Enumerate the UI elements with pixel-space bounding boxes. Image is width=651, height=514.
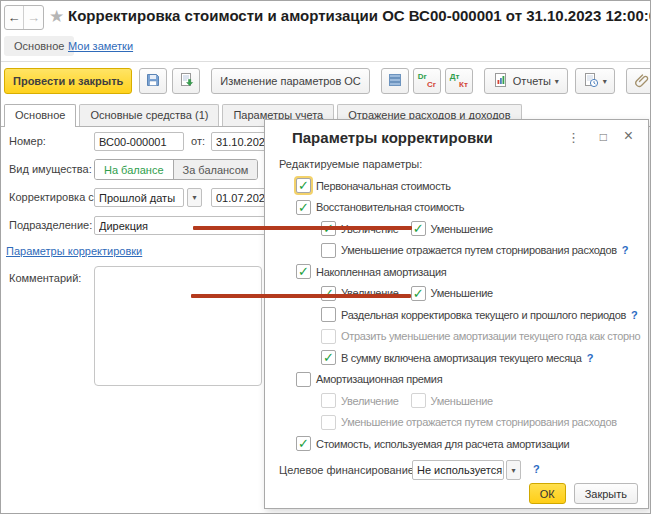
checkbox-label: Увеличение <box>341 395 399 407</box>
close-button[interactable]: Закрыть <box>574 483 638 504</box>
checkbox-label: Уменьшение <box>431 223 493 235</box>
related-documents-button[interactable]: ▾ <box>575 68 615 94</box>
checkbox-option[interactable]: ✓Стоимость, используемая для расчета амо… <box>296 436 569 451</box>
help-icon[interactable]: ? <box>622 244 629 256</box>
save-button[interactable] <box>139 68 167 94</box>
checkbox-checked-icon[interactable]: ✓ <box>296 436 311 451</box>
checkbox-unchecked-icon[interactable] <box>321 329 336 344</box>
change-os-params-button[interactable]: Изменение параметров ОС <box>211 68 370 94</box>
forward-button[interactable]: → <box>24 6 43 29</box>
register-records-button[interactable] <box>381 68 409 94</box>
adjust-from-select[interactable] <box>94 188 184 207</box>
history-nav: ← → <box>4 5 44 30</box>
checkbox-label: Уменьшение <box>431 287 493 299</box>
dr-label: Dr <box>418 73 427 81</box>
checkbox-row: Уменьшение отражается путем сторнировани… <box>265 412 648 434</box>
chevron-down-icon: ▾ <box>555 77 559 86</box>
checkbox-checked-icon[interactable]: ✓ <box>296 264 311 279</box>
checkbox-label: Раздельная корректировка текущего и прош… <box>341 309 626 321</box>
adjust-from-dropdown-button[interactable]: ▾ <box>187 188 202 207</box>
checkbox-option[interactable]: Раздельная корректировка текущего и прош… <box>321 307 638 322</box>
post-and-close-button[interactable]: Провести и закрыть <box>4 68 132 94</box>
dialog-buttons: ОК Закрыть <box>529 483 638 504</box>
checkbox-row: ✓Стоимость, используемая для расчета амо… <box>265 433 648 455</box>
chevron-down-icon: ▾ <box>192 193 196 202</box>
checkbox-row: ✓Восстановительная стоимость <box>265 197 648 219</box>
checkbox-option[interactable]: Уменьшение отражается путем сторнировани… <box>321 415 617 430</box>
adjust-params-link[interactable]: Параметры корректировки <box>6 245 142 257</box>
dt-label: Дт <box>450 73 460 81</box>
department-label: Подразделение: <box>9 216 92 235</box>
checkbox-option[interactable]: Увеличение <box>321 393 399 408</box>
checkbox-option[interactable]: Уменьшение <box>411 393 493 408</box>
post-document-button[interactable] <box>172 68 200 94</box>
comment-textarea[interactable] <box>94 266 262 386</box>
checkbox-row: ✓Первоначальная стоимость <box>265 175 648 197</box>
checkbox-checked-icon[interactable]: ✓ <box>411 221 426 236</box>
checkbox-label: Стоимость, используемая для расчета амор… <box>316 438 569 450</box>
checkbox-option[interactable]: ✓Восстановительная стоимость <box>296 200 464 215</box>
checkbox-label: В сумму включена амортизация текущего ме… <box>341 352 582 364</box>
back-button[interactable]: ← <box>5 6 24 29</box>
checkbox-label: Первоначальная стоимость <box>316 180 451 192</box>
off-balance-option[interactable]: За балансом <box>174 160 258 179</box>
main-tab[interactable]: Основное <box>4 104 76 127</box>
checkbox-option[interactable]: Уменьшение отражается путем сторнировани… <box>321 243 629 258</box>
comment-label: Комментарий: <box>9 269 81 288</box>
checkbox-unchecked-icon[interactable] <box>321 415 336 430</box>
kt-label: Кт <box>459 81 468 89</box>
checkbox-label: Уменьшение отражается путем сторнировани… <box>341 416 617 428</box>
number-input[interactable] <box>94 132 184 151</box>
paperclip-icon <box>634 72 650 90</box>
chevron-down-icon: ▾ <box>603 77 607 86</box>
number-label: Номер: <box>9 132 46 151</box>
reports-label: Отчеты <box>513 75 551 87</box>
checkbox-option[interactable]: ✓Накопленная амортизация <box>296 264 446 279</box>
checkbox-checked-icon[interactable]: ✓ <box>321 350 336 365</box>
checkbox-unchecked-icon[interactable] <box>321 243 336 258</box>
checkbox-unchecked-icon[interactable] <box>321 393 336 408</box>
checkbox-option[interactable]: ✓Уменьшение <box>411 221 493 236</box>
dialog-checkbox-tree: ✓Первоначальная стоимость✓Восстановитель… <box>265 175 648 455</box>
favorite-star-icon[interactable]: ★ <box>49 6 64 27</box>
checkbox-row: Уменьшение отражается путем сторнировани… <box>265 240 648 262</box>
nav-link-my-notes[interactable]: Мои заметки <box>68 40 133 52</box>
checkbox-row: Отразить уменьшение амортизации текущего… <box>265 326 648 348</box>
dialog-title: Параметры корректировки <box>292 129 493 146</box>
accounting-entries-button[interactable]: Дт Кт <box>445 68 473 94</box>
dialog-menu-icon[interactable]: ⋮ <box>567 131 580 144</box>
on-balance-option[interactable]: На балансе <box>95 160 174 179</box>
chevron-down-icon: ▾ <box>511 466 515 475</box>
checkbox-unchecked-icon[interactable] <box>411 393 426 408</box>
checkbox-label: Отразить уменьшение амортизации текущего… <box>341 330 640 342</box>
checkbox-checked-icon[interactable]: ✓ <box>296 200 311 215</box>
checkbox-option[interactable]: ✓Уменьшение <box>411 286 493 301</box>
forward-icon: → <box>27 10 40 25</box>
checkbox-option[interactable]: ✓В сумму включена амортизация текущего м… <box>321 350 593 365</box>
help-icon[interactable]: ? <box>533 463 540 475</box>
nav-tab-main[interactable]: Основное <box>4 36 74 56</box>
checkbox-checked-icon[interactable]: ✓ <box>411 286 426 301</box>
back-icon: ← <box>8 10 21 25</box>
close-icon[interactable]: × <box>624 128 633 144</box>
save-icon <box>145 72 161 90</box>
main-tab[interactable]: Основные средства (1) <box>79 104 219 126</box>
checkbox-option[interactable]: Амортизационная премия <box>296 372 442 387</box>
target-financing-select[interactable]: Не используется <box>412 460 504 480</box>
ifrs-entries-button[interactable]: Dr Cr <box>413 68 441 94</box>
checkbox-option[interactable]: Отразить уменьшение амортизации текущего… <box>321 329 640 344</box>
checkbox-checked-icon[interactable]: ✓ <box>296 178 311 193</box>
help-icon[interactable]: ? <box>631 309 638 321</box>
reports-icon <box>493 72 509 90</box>
checkbox-unchecked-icon[interactable] <box>296 372 311 387</box>
help-icon[interactable]: ? <box>587 352 594 364</box>
reports-button[interactable]: Отчеты ▾ <box>484 68 568 94</box>
checkbox-row: ✓Накопленная амортизация <box>265 261 648 283</box>
target-financing-row: Целевое финансирование: Не используется … <box>265 460 648 481</box>
checkbox-option[interactable]: ✓Первоначальная стоимость <box>296 178 451 193</box>
attachments-button[interactable]: ▾ <box>626 68 651 94</box>
maximize-icon[interactable]: □ <box>600 131 607 143</box>
target-financing-dropdown-button[interactable]: ▾ <box>506 460 521 480</box>
ok-button[interactable]: ОК <box>529 483 566 504</box>
checkbox-unchecked-icon[interactable] <box>321 307 336 322</box>
